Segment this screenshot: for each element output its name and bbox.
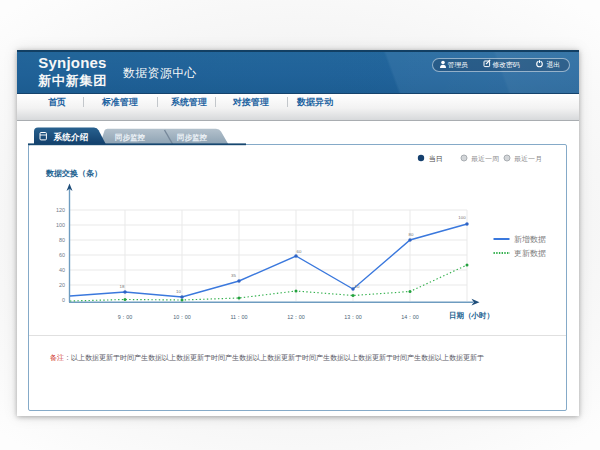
svg-text:40: 40 bbox=[59, 267, 65, 273]
svg-text:更新数据: 更新数据 bbox=[514, 249, 546, 258]
svg-text:18: 18 bbox=[120, 284, 125, 289]
svg-text:10: 10 bbox=[176, 289, 181, 294]
svg-text:当日: 当日 bbox=[429, 155, 443, 163]
svg-text:10：00: 10：00 bbox=[173, 314, 190, 320]
svg-text:9：00: 9：00 bbox=[118, 314, 132, 320]
svg-text:13：00: 13：00 bbox=[344, 314, 361, 320]
svg-text:100: 100 bbox=[56, 222, 65, 228]
svg-text:11：00: 11：00 bbox=[231, 314, 248, 320]
svg-text:14：00: 14：00 bbox=[401, 314, 418, 320]
svg-text:35: 35 bbox=[231, 273, 236, 278]
svg-text:100: 100 bbox=[458, 215, 466, 220]
svg-text:新增数据: 新增数据 bbox=[514, 235, 546, 244]
svg-text:系统介绍: 系统介绍 bbox=[52, 132, 88, 142]
svg-text:12：00: 12：00 bbox=[287, 314, 304, 320]
svg-text:80: 80 bbox=[59, 237, 65, 243]
svg-text:数据交换（条）: 数据交换（条） bbox=[45, 169, 102, 178]
svg-text:最近一月: 最近一月 bbox=[514, 155, 542, 163]
svg-text:修改密码: 修改密码 bbox=[493, 61, 520, 69]
svg-text:同步监控: 同步监控 bbox=[177, 133, 208, 142]
svg-text:管理员: 管理员 bbox=[448, 61, 469, 69]
svg-text:80: 80 bbox=[409, 232, 414, 237]
svg-text:120: 120 bbox=[56, 207, 65, 213]
svg-text:最近一周: 最近一周 bbox=[471, 155, 499, 162]
svg-text:同步监控: 同步监控 bbox=[115, 133, 146, 142]
svg-text:0: 0 bbox=[62, 297, 65, 303]
svg-text:60: 60 bbox=[59, 252, 65, 258]
svg-text:退出: 退出 bbox=[547, 60, 561, 68]
svg-text:日期（小时）: 日期（小时） bbox=[449, 311, 494, 320]
svg-text:20: 20 bbox=[59, 282, 65, 288]
svg-text:10: 10 bbox=[355, 284, 360, 289]
svg-text:60: 60 bbox=[297, 249, 302, 254]
